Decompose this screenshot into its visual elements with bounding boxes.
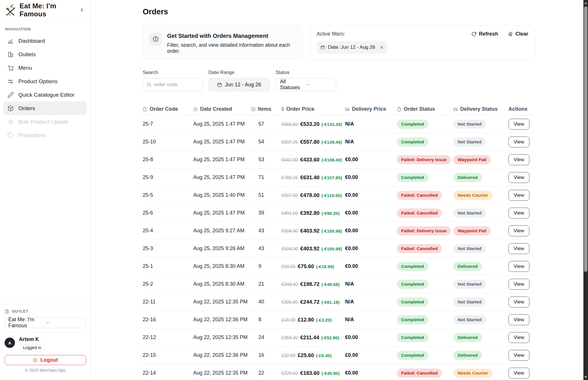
sidebar-item-label: Orders <box>18 105 35 112</box>
view-order-button[interactable]: View <box>508 137 529 147</box>
sidebar-item-product-options[interactable]: Product Options <box>3 75 87 88</box>
outlet-select[interactable]: Eat Me: I'm Famous <box>5 317 86 328</box>
building-icon <box>7 51 14 58</box>
original-price: €264.30 <box>281 335 298 340</box>
remove-date-filter-button[interactable] <box>378 44 385 51</box>
building-icon <box>5 309 9 314</box>
view-order-button[interactable]: View <box>508 368 529 379</box>
view-order-button[interactable]: View <box>508 190 529 201</box>
close-icon <box>380 45 384 50</box>
delivery-status-badge: Not Started <box>453 297 486 307</box>
scrollbar-thumb[interactable] <box>584 6 587 272</box>
order-status-badge: Completed <box>397 315 428 324</box>
original-price: €542.00 <box>281 157 298 162</box>
brand-logo-icon <box>4 4 17 16</box>
table-row: 22-11 Aug 22, 2025 12:35 PM 40 €305.90€2… <box>143 293 535 311</box>
table-row: 25-8 Aug 25, 2025 1:47 PM 53 €542.00€433… <box>143 151 535 169</box>
actions-cell: View <box>508 137 535 147</box>
discount-amount: (-€52.86) <box>321 335 339 340</box>
active-filters-card: Active filters: Refresh Clear <box>310 26 535 59</box>
view-order-button[interactable]: View <box>508 225 529 236</box>
current-price: €631.40 <box>300 174 320 180</box>
sidebar-item-dashboard[interactable]: Dashboard <box>3 34 87 48</box>
order-status-cell: Completed <box>397 333 453 342</box>
date-created-cell: Aug 25, 2025 8:30 AM <box>193 281 251 287</box>
view-order-button[interactable]: View <box>508 297 529 307</box>
order-status-badge: Completed <box>397 262 428 271</box>
inbox-icon <box>251 107 256 112</box>
view-order-button[interactable]: View <box>508 279 529 290</box>
sidebar-item-menu[interactable]: Menu <box>3 61 87 75</box>
discount-amount: (-€139.45) <box>322 140 342 145</box>
view-order-button[interactable]: View <box>508 261 529 272</box>
order-price-cell: €597.50€478.00(-€119.50) <box>281 192 345 198</box>
scrollbar-up-arrow[interactable] <box>583 1 588 5</box>
date-created-cell: Aug 22, 2025 12:35 PM <box>193 334 251 340</box>
delivery-status-badge: Delivered <box>453 173 482 182</box>
delivery-status-cell: Delivered <box>453 351 508 360</box>
original-price: €666.50 <box>281 122 298 127</box>
refresh-button[interactable]: Refresh <box>471 31 498 37</box>
delivery-status-cell: Needs Courier <box>453 191 508 200</box>
table-header-row: Order Code Date Created Items $ Order Pr… <box>143 103 535 115</box>
date-created-cell: Aug 25, 2025 9:26 AM <box>193 245 251 252</box>
sidebar-item-label: Promotions <box>18 132 46 139</box>
sliders-icon <box>7 78 14 85</box>
view-order-button[interactable]: View <box>508 350 529 361</box>
date-filter-chip-label: Date: Jun 12 - Aug 26 <box>328 44 375 50</box>
order-price-cell: €264.30€211.44(-€52.86) <box>281 334 345 341</box>
delivery-status-cell: Delivered <box>453 173 508 182</box>
clear-filters-button[interactable]: Clear <box>508 31 528 37</box>
sidebar-item-orders[interactable]: Orders <box>3 102 87 115</box>
view-order-button[interactable]: View <box>508 119 529 130</box>
status-select[interactable]: All Statuses <box>276 78 336 91</box>
delivery-status-badge: Needs Courier <box>453 191 492 200</box>
original-price: €597.50 <box>281 193 298 198</box>
order-price-cell: €504.90€403.92(-€100.98) <box>281 228 345 234</box>
order-code-cell: 22-14 <box>143 370 193 376</box>
actions-cell: View <box>508 154 535 165</box>
sidebar-collapse-button[interactable] <box>78 6 86 14</box>
order-price-cell: €229.50€183.60(-€45.90) <box>281 370 345 376</box>
date-created-cell: Aug 25, 2025 1:47 PM <box>193 174 251 180</box>
current-price: €403.92 <box>300 245 320 252</box>
vertical-scrollbar[interactable] <box>583 0 588 380</box>
search-label: Search <box>143 70 203 75</box>
delivery-status-badge: Not Started <box>453 137 486 147</box>
logout-button[interactable]: Logout <box>5 355 86 365</box>
search-input[interactable] <box>154 82 199 87</box>
scrollbar-down-arrow[interactable] <box>583 375 588 379</box>
delivery-status-cell: Not Started <box>453 244 508 253</box>
delivery-price-cell: N/A <box>345 299 397 305</box>
order-status-cell: Failed: Cancelled <box>397 244 453 253</box>
sidebar-item-outlets[interactable]: Outlets <box>3 48 87 61</box>
view-order-button[interactable]: View <box>508 314 529 325</box>
view-order-button[interactable]: View <box>508 172 529 183</box>
date-range-button[interactable]: Jun 12 - Aug 26 <box>208 78 270 91</box>
table-row: 25-7 Aug 25, 2025 1:47 PM 57 €666.50€533… <box>143 115 535 133</box>
delivery-status-badge: Not Started <box>453 315 486 324</box>
delivery-price-cell: €0.00 <box>345 157 397 163</box>
table-row: 22-14 Aug 22, 2025 12:35 PM 22 €229.50€1… <box>143 364 535 380</box>
items-cell: 43 <box>251 245 281 252</box>
get-started-card: Get Started with Orders Management Filte… <box>143 26 302 59</box>
date-range-value: Jun 12 - Aug 26 <box>225 82 261 88</box>
sidebar-item-quick-catalogue-editor[interactable]: Quick Catalogue Editor <box>3 88 87 102</box>
original-price: €789.25 <box>281 175 298 180</box>
discount-amount: (-€157.85) <box>322 175 342 180</box>
login-status-badge: Logged in <box>19 344 45 351</box>
discount-amount: (-€100.98) <box>322 229 342 233</box>
view-order-button[interactable]: View <box>508 154 529 165</box>
order-code-cell: 25-2 <box>143 281 193 287</box>
actions-cell: View <box>508 225 535 236</box>
order-code-cell: 25-8 <box>143 157 193 163</box>
delivery-price-cell: €0.00 <box>345 370 397 376</box>
view-order-button[interactable]: View <box>508 332 529 343</box>
view-order-button[interactable]: View <box>508 243 529 254</box>
order-code-cell: 25-1 <box>143 263 193 269</box>
date-created-cell: Aug 22, 2025 12:36 PM <box>193 352 251 358</box>
delivery-status-cell: Not Started <box>453 208 508 218</box>
order-status-badge: Failed: Cancelled <box>397 208 442 218</box>
actions-cell: View <box>508 208 535 219</box>
view-order-button[interactable]: View <box>508 208 529 219</box>
